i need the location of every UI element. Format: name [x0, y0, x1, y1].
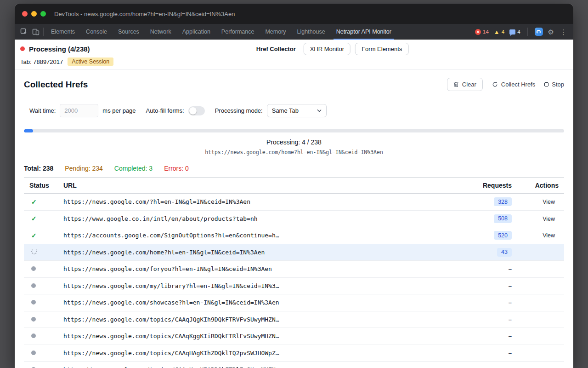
panel-header: Processing (4/238) Href CollectorXHR Mon…: [15, 40, 573, 69]
clear-button[interactable]: Clear: [447, 78, 483, 91]
requests-empty: –: [509, 282, 512, 289]
devtools-tab-netraptor-api-monitor[interactable]: Netraptor API Monitor: [331, 24, 397, 40]
stat-pending: Pending: 234: [65, 165, 103, 172]
devtools-tab-sources[interactable]: Sources: [113, 24, 145, 40]
table-row: ✓https://news.google.com/?hl=en-IN&gl=IN…: [24, 194, 564, 211]
autofill-toggle[interactable]: [188, 106, 205, 115]
autofill-group: Auto-fill forms:: [146, 106, 205, 115]
view-action-link[interactable]: View: [543, 199, 555, 205]
issues-indicator[interactable]: 4: [509, 29, 520, 34]
devtools-window: DevTools - news.google.com/home?hl=en-IN…: [15, 4, 573, 368]
devtools-tab-elements[interactable]: Elements: [45, 24, 80, 40]
devtools-left-icons: [15, 24, 41, 40]
stat-completed: Completed: 3: [114, 165, 153, 172]
table-row: https://news.google.com/foryou?hl=en-IN&…: [24, 261, 564, 278]
row-url: https://news.google.com/home?hl=en-IN&gl…: [63, 249, 265, 256]
row-url: https://www.google.co.in/intl/en/about/p…: [63, 215, 258, 222]
session-info-row: Tab: 788972017 Active Session: [20, 55, 568, 66]
warning-count: 4: [502, 29, 504, 34]
panel-tab-xhr-monitor[interactable]: XHR Monitor: [304, 43, 351, 55]
processing-mode-select[interactable]: Same Tab: [267, 104, 327, 117]
toggle-knob: [189, 107, 197, 115]
requests-count-badge: 43: [497, 248, 512, 257]
progress-bar-fill: [24, 129, 33, 132]
row-url: https://news.google.com/topics/CAAqJQgKI…: [63, 316, 279, 323]
tab-id-text: Tab: 788972017: [20, 58, 63, 65]
devtools-tab-memory[interactable]: Memory: [260, 24, 291, 40]
status-pending-icon: [31, 300, 36, 305]
stop-icon: [544, 82, 548, 86]
processing-status-label: Processing (4/238): [29, 45, 90, 53]
status-processing-spinner: [31, 248, 37, 254]
devtools-toolbar: ElementsConsoleSourcesNetworkApplication…: [15, 24, 573, 40]
status-pending-icon: [31, 351, 36, 355]
zoom-button[interactable]: [40, 11, 46, 17]
error-icon: ✕: [475, 29, 481, 35]
settings-controls: Wait time: ms per page Auto-fill forms: …: [29, 104, 564, 117]
table-row: https://news.google.com/home?hl=en-IN&gl…: [24, 244, 564, 261]
processing-mode-group: Processing mode: Same Tab: [215, 104, 327, 117]
status-pending-icon: [31, 266, 36, 271]
requests-empty: –: [509, 316, 512, 323]
close-button[interactable]: [22, 11, 28, 17]
status-pending-icon: [31, 334, 36, 338]
status-pending-icon: [31, 283, 36, 288]
inspect-element-icon[interactable]: [20, 28, 28, 35]
devtools-tabs: ElementsConsoleSourcesNetworkApplication…: [45, 24, 397, 40]
chevron-down-icon: [317, 109, 322, 112]
settings-gear-icon[interactable]: ⚙: [548, 29, 554, 35]
devtools-tab-lighthouse[interactable]: Lighthouse: [292, 24, 331, 40]
status-done-icon: ✓: [31, 215, 37, 222]
requests-empty: –: [509, 333, 512, 339]
collect-hrefs-button[interactable]: Collect Hrefs: [492, 81, 535, 88]
row-url: https://news.google.com/topics/CAAqHAgKI…: [63, 350, 279, 356]
console-warnings-indicator[interactable]: ▲ 4: [494, 29, 504, 35]
toolbar-divider: [527, 28, 528, 36]
refresh-icon: [492, 81, 498, 87]
devtools-tab-performance[interactable]: Performance: [216, 24, 260, 40]
panel-tabs: Href CollectorXHR MonitorForm Elements: [253, 43, 409, 55]
progress-caption: Processing: 4 / 238: [24, 138, 564, 146]
column-header-requests: Requests: [468, 182, 518, 189]
devtools-tab-console[interactable]: Console: [80, 24, 113, 40]
toolbar-actions: Clear Collect Hrefs Stop: [447, 78, 564, 91]
selected-mode-value: Same Tab: [272, 107, 299, 114]
more-options-icon[interactable]: ⋮: [559, 29, 568, 35]
panel-tab-href-collector[interactable]: Href Collector: [253, 43, 299, 55]
issues-count: 4: [517, 29, 520, 34]
requests-empty: –: [509, 265, 512, 272]
console-errors-indicator[interactable]: ✕ 14: [475, 29, 489, 35]
column-header-status: Status: [24, 182, 63, 189]
devtools-tab-application[interactable]: Application: [177, 24, 216, 40]
requests-count-badge: 508: [494, 214, 512, 223]
trash-icon: [453, 81, 459, 87]
table-row: ✓https://www.google.co.in/intl/en/about/…: [24, 211, 564, 228]
status-pending-icon: [31, 317, 36, 322]
view-action-link[interactable]: View: [543, 232, 555, 239]
table-row: ✓https://accounts.google.com/SignOutOpti…: [24, 227, 564, 244]
panel-tab-form-elements[interactable]: Form Elements: [355, 43, 408, 55]
panel-header-row: Processing (4/238) Href CollectorXHR Mon…: [20, 42, 568, 55]
row-url: https://news.google.com/topics/CAAqKggKI…: [63, 366, 279, 368]
wait-time-input[interactable]: [60, 104, 98, 117]
minimize-button[interactable]: [31, 11, 37, 17]
devtools-tab-network[interactable]: Network: [145, 24, 177, 40]
device-toolbar-icon[interactable]: [32, 28, 40, 35]
error-count: 14: [483, 29, 489, 34]
recording-indicator-dot: [20, 46, 25, 51]
table-row: https://news.google.com/topics/CAAqKggKI…: [24, 328, 564, 345]
view-action-link[interactable]: View: [543, 216, 555, 222]
row-url: https://accounts.google.com/SignOutOptio…: [63, 232, 279, 239]
row-url: https://news.google.com/?hl=en-IN&gl=IN&…: [63, 198, 250, 205]
window-title: DevTools - news.google.com/home?hl=en-IN…: [54, 11, 235, 17]
status-done-icon: ✓: [31, 198, 37, 206]
hrefs-table: Status URL Requests Actions ✓https://new…: [24, 177, 564, 368]
row-url: https://news.google.com/topics/CAAqKggKI…: [63, 333, 279, 339]
netraptor-extension-icon[interactable]: [535, 28, 543, 36]
autofill-label: Auto-fill forms:: [146, 107, 184, 114]
current-processing-url: https://news.google.com/home?hl=en-IN&gl…: [24, 149, 564, 155]
requests-empty: –: [509, 299, 512, 306]
table-row: https://news.google.com/topics/CAAqKggKI…: [24, 362, 564, 368]
wait-time-suffix: ms per page: [102, 107, 136, 114]
stop-button[interactable]: Stop: [544, 81, 564, 88]
